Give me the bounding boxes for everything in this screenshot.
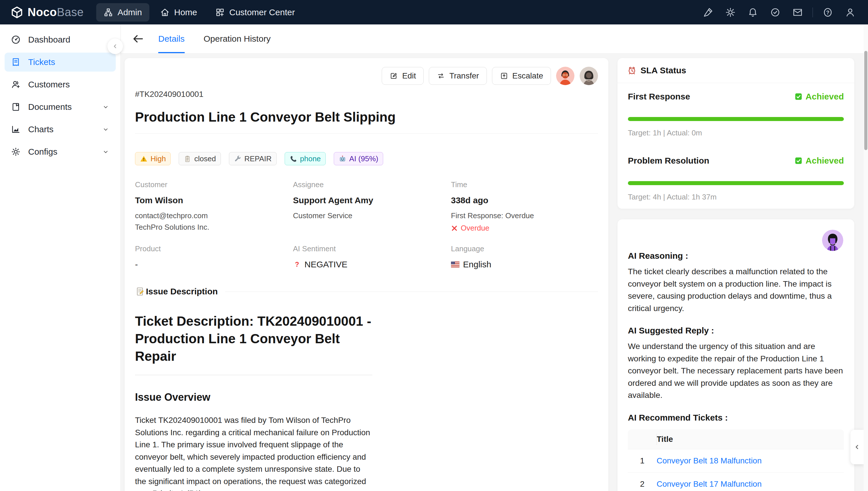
language-value: English bbox=[463, 260, 491, 269]
field-label: Time bbox=[451, 180, 598, 189]
nav-label: Admin bbox=[118, 7, 142, 17]
category-tag: REPAIR bbox=[229, 152, 277, 165]
avatar-collaborator[interactable] bbox=[580, 67, 598, 85]
customer-name: Tom Wilson bbox=[135, 196, 293, 205]
svg-text:?: ? bbox=[826, 9, 830, 15]
tag-label: closed bbox=[194, 154, 216, 163]
overdue-status: Overdue bbox=[451, 224, 598, 233]
gear-icon[interactable] bbox=[723, 5, 738, 20]
svg-text:?: ? bbox=[295, 261, 299, 268]
button-label: Edit bbox=[402, 71, 416, 81]
tab-label: Details bbox=[158, 34, 185, 44]
chevron-down-icon bbox=[102, 103, 110, 111]
user-icon[interactable] bbox=[843, 5, 858, 20]
memo-icon bbox=[135, 287, 145, 296]
ticket-title: Production Line 1 Conveyor Belt Slipping bbox=[135, 109, 598, 125]
button-label: Escalate bbox=[513, 71, 543, 81]
tag-label: phone bbox=[300, 154, 321, 163]
sla-status-badge: Achieved bbox=[794, 92, 844, 102]
field-ai-sentiment: AI Sentiment ? NEGATIVE bbox=[293, 244, 451, 269]
sidebar-item-dashboard[interactable]: Dashboard bbox=[5, 30, 116, 49]
nav-item-home[interactable]: Home bbox=[153, 3, 205, 22]
row-index: 1 bbox=[628, 449, 657, 472]
us-flag-icon bbox=[451, 261, 460, 268]
first-response-status: First Response: Overdue bbox=[451, 210, 598, 221]
scrollbar-thumb[interactable] bbox=[864, 51, 867, 150]
ticket-detail-card: Edit Transfer Escalate #TK202409010 bbox=[125, 58, 608, 491]
escalate-button[interactable]: Escalate bbox=[492, 67, 551, 85]
panel-collapse-handle[interactable] bbox=[850, 430, 864, 464]
ai-analysis-card: AI Reasoning : The ticket clearly descri… bbox=[618, 219, 854, 491]
sidebar-item-charts[interactable]: Charts bbox=[5, 120, 116, 139]
sla-progress-first-response bbox=[628, 117, 844, 121]
sla-status-label: Achieved bbox=[806, 156, 844, 166]
nav-item-customer-center[interactable]: Customer Center bbox=[208, 3, 302, 22]
avatar-assignee[interactable] bbox=[556, 67, 575, 85]
phone-icon bbox=[289, 155, 297, 163]
tab-details[interactable]: Details bbox=[158, 24, 185, 53]
customers-icon bbox=[11, 80, 21, 89]
sentiment-value-row: ? NEGATIVE bbox=[293, 260, 451, 269]
assignee-dept: Customer Service bbox=[293, 210, 451, 221]
top-navigation: Admin Home Customer Center bbox=[96, 3, 303, 22]
sidebar: Dashboard Tickets Customers Documents bbox=[0, 24, 121, 491]
sla-row-problem-resolution: Problem Resolution Achieved bbox=[628, 156, 844, 166]
button-label: Transfer bbox=[449, 71, 479, 81]
nav-label: Customer Center bbox=[229, 7, 295, 17]
ticket-actions: Edit Transfer Escalate bbox=[135, 58, 598, 85]
clipboard-icon bbox=[184, 155, 191, 163]
field-customer: Customer Tom Wilson contact@techpro.com … bbox=[135, 180, 293, 233]
robot-icon bbox=[339, 155, 346, 163]
sidebar-item-label: Charts bbox=[28, 124, 54, 134]
detail-tabbar: Details Operation History bbox=[121, 24, 868, 54]
sidebar-item-configs[interactable]: Configs bbox=[5, 142, 116, 161]
sidebar-item-customers[interactable]: Customers bbox=[5, 75, 116, 94]
sla-metric-name: First Response bbox=[628, 92, 690, 102]
issue-description-body: Ticket Description: TK202409010001 - Pro… bbox=[135, 313, 372, 491]
app-screen: NocoBase Admin Home bbox=[0, 0, 868, 491]
field-language: Language English bbox=[451, 244, 598, 269]
chevron-left-icon bbox=[853, 443, 861, 451]
edit-icon bbox=[390, 71, 398, 80]
sla-body: First Response Achieved Target: 1h | Act… bbox=[618, 83, 854, 210]
transfer-button[interactable]: Transfer bbox=[429, 67, 487, 85]
tab-operation-history[interactable]: Operation History bbox=[204, 24, 271, 53]
ticket-icon bbox=[11, 57, 21, 67]
field-label: Product bbox=[135, 244, 293, 253]
ai-suggested-reply-label: AI Suggested Reply : bbox=[628, 326, 844, 336]
chevron-left-icon bbox=[112, 42, 119, 50]
back-arrow-icon[interactable] bbox=[132, 32, 145, 45]
ticket-fields: Customer Tom Wilson contact@techpro.com … bbox=[135, 180, 598, 269]
help-icon[interactable]: ? bbox=[820, 5, 835, 20]
chart-icon bbox=[11, 124, 21, 134]
sla-status-badge: Achieved bbox=[794, 156, 844, 166]
sla-status-card: SLA Status First Response Achieved Targe… bbox=[618, 58, 854, 209]
table-row: 1 Conveyor Belt 18 Malfunction bbox=[628, 449, 844, 472]
ticket-tags: High closed REPAIR phone AI (95%) bbox=[135, 152, 598, 165]
section-divider bbox=[225, 291, 598, 292]
green-check-icon bbox=[794, 92, 803, 101]
nav-item-admin[interactable]: Admin bbox=[96, 3, 149, 22]
sidebar-item-tickets[interactable]: Tickets bbox=[5, 53, 116, 71]
overdue-label: Overdue bbox=[461, 224, 490, 233]
sla-header: SLA Status bbox=[618, 58, 854, 83]
bell-icon[interactable] bbox=[745, 5, 760, 20]
sidebar-collapse-button[interactable] bbox=[107, 38, 123, 54]
nocobase-logo[interactable]: NocoBase bbox=[10, 6, 84, 19]
mail-icon[interactable] bbox=[790, 5, 805, 20]
check-circle-icon[interactable] bbox=[768, 5, 783, 20]
tag-label: High bbox=[151, 154, 166, 163]
ticket-link[interactable]: Conveyor Belt 18 Malfunction bbox=[657, 449, 844, 472]
table-header-title: Title bbox=[657, 430, 844, 449]
logo-text-base: Base bbox=[57, 6, 84, 19]
edit-button[interactable]: Edit bbox=[382, 67, 424, 85]
highlighter-icon[interactable] bbox=[701, 5, 715, 20]
nav-label: Home bbox=[174, 7, 197, 17]
sidebar-item-documents[interactable]: Documents bbox=[5, 97, 116, 116]
sidebar-item-label: Customers bbox=[28, 80, 70, 89]
ticket-link[interactable]: Conveyor Belt 17 Malfunction bbox=[657, 472, 844, 491]
description-text: Ticket TK202409010001 was filed by Tom W… bbox=[135, 414, 372, 491]
description-heading: Ticket Description: TK202409010001 - Pro… bbox=[135, 313, 372, 375]
home-icon bbox=[160, 8, 169, 17]
sla-title: SLA Status bbox=[641, 65, 686, 75]
